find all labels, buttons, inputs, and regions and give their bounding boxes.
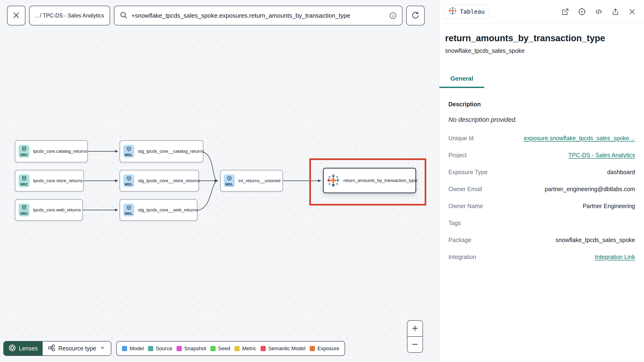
cube-icon	[126, 205, 132, 211]
code-icon[interactable]	[595, 8, 602, 16]
close-icon	[12, 11, 20, 20]
badge-label: MDL	[125, 153, 132, 157]
search-input[interactable]	[131, 12, 385, 19]
model-type-badge: MDL	[123, 174, 134, 187]
detail-row-package: Packagesnowflake_tpcds_sales_spoke	[448, 237, 635, 243]
resource-type-icon	[48, 344, 55, 353]
detail-row-unique-id: Unique Idexposure.snowflake_tpcds_sales_…	[448, 135, 635, 142]
graph-node-return-amounts-by-transaction-type[interactable]: return_amounts_by_transaction_type	[323, 168, 416, 193]
refresh-icon	[411, 11, 420, 20]
node-label: tpcds_core.catalog_returns	[33, 149, 87, 154]
info-icon[interactable]	[389, 12, 397, 20]
detail-label: Unique Id	[448, 135, 474, 142]
detail-row-owner-email: Owner Emailpartner_engineering@dbtlabs.c…	[448, 186, 635, 193]
node-label: stg_tpcds_core__web_returns	[138, 207, 198, 213]
detail-value: partner_engineering@dbtlabs.com	[545, 186, 635, 193]
refresh-button[interactable]	[406, 6, 425, 26]
detail-label: Tags	[448, 220, 461, 227]
lineage-canvas[interactable]: SRCtpcds_core.catalog_returnsSRCtpcds_co…	[0, 0, 439, 362]
open-external-icon[interactable]	[562, 8, 569, 16]
node-label: stg_tpcds_core__store_returns	[138, 178, 200, 183]
detail-label: Integration	[448, 254, 476, 260]
details-panel: Tableau return_amounts_b	[439, 0, 644, 362]
source-type-badge: SRC	[18, 204, 30, 216]
legend-item-model: Model	[122, 345, 144, 352]
graph-node-stg-tpcds-core-web-returns[interactable]: MDLstg_tpcds_core__web_returns	[120, 199, 198, 221]
chevron-down-icon	[99, 344, 106, 352]
detail-link-project[interactable]: TPC-DS - Sales Analytics	[568, 152, 635, 158]
zoom-control	[407, 320, 423, 353]
resource-type-label: Resource type	[58, 345, 96, 352]
badge-label: MDL	[225, 182, 233, 186]
detail-value: dashboard	[607, 169, 635, 175]
zoom-out-button[interactable]	[408, 336, 422, 352]
legend-swatch	[122, 346, 127, 351]
detail-label: Package	[448, 237, 471, 243]
integration-badge-label: Tableau	[460, 8, 485, 15]
model-type-badge: MDL	[224, 174, 235, 187]
detail-label: Owner Name	[448, 203, 483, 210]
legend-label: Exposure	[318, 345, 340, 352]
legend: ModelSourceSnapshotSeedMetricSemantic Mo…	[116, 341, 345, 356]
detail-row-exposure-type: Exposure Typedashboard	[448, 169, 635, 175]
graph-node-stg-tpcds-core-store-returns[interactable]: MDLstg_tpcds_core__store_returns	[120, 170, 199, 192]
detail-row-project: ProjectTPC-DS - Sales Analytics	[448, 152, 635, 159]
detail-label: Owner Email	[448, 186, 482, 193]
explore-compass-icon[interactable]	[578, 8, 586, 16]
search-box[interactable]	[114, 6, 402, 26]
legend-swatch	[310, 346, 315, 351]
node-label: return_amounts_by_transaction_type	[344, 178, 417, 183]
legend-swatch	[148, 346, 153, 351]
close-lineage-button[interactable]	[7, 6, 26, 26]
legend-label: Snapshot	[184, 345, 206, 352]
detail-row-owner-name: Owner NamePartner Engineering	[448, 203, 635, 210]
graph-node-tpcds-core-store-returns[interactable]: SRCtpcds_core.store_returns	[15, 170, 84, 192]
close-panel-icon[interactable]	[628, 8, 636, 16]
detail-link-integration[interactable]: Integration Link	[595, 254, 635, 260]
integration-badge[interactable]: Tableau	[444, 5, 489, 18]
share-icon[interactable]	[612, 8, 619, 16]
source-type-badge: SRC	[18, 174, 30, 187]
database-icon	[22, 146, 27, 152]
cube-icon	[126, 146, 132, 152]
resource-type-dropdown[interactable]: Resource type	[42, 341, 111, 355]
cube-icon	[227, 175, 232, 182]
legend-item-semantic-model: Semantic Model	[260, 345, 306, 352]
model-type-badge: MDL	[123, 145, 134, 158]
source-type-badge: SRC	[18, 145, 30, 158]
legend-item-exposure: Exposure	[310, 345, 340, 352]
graph-node-stg-tpcds-core-catalog-returns[interactable]: MDLstg_tpcds_core__catalog_returns	[120, 140, 203, 162]
lenses-label: Lenses	[19, 345, 38, 352]
badge-label: SRC	[20, 211, 28, 215]
badge-label: MDL	[125, 211, 132, 215]
panel-header: Tableau	[440, 0, 644, 23]
lenses-control: Lenses Resource type	[3, 341, 111, 356]
legend-label: Model	[130, 345, 144, 352]
detail-row-tags: Tags	[448, 220, 635, 227]
lineage-edge	[198, 181, 218, 210]
breadcrumb[interactable]: .. / TPC-DS - Sales Analytics	[29, 6, 110, 26]
lenses-button[interactable]: Lenses	[4, 341, 42, 355]
node-label: tpcds_core.web_returns	[33, 207, 81, 213]
legend-swatch	[260, 346, 266, 351]
package-subtitle: snowflake_tpcds_sales_spoke	[445, 47, 638, 54]
graph-node-tpcds-core-catalog-returns[interactable]: SRCtpcds_core.catalog_returns	[15, 140, 88, 162]
legend-label: Metric	[242, 345, 256, 352]
zoom-in-button[interactable]	[408, 321, 422, 336]
model-type-badge: MDL	[123, 204, 134, 216]
badge-label: MDL	[125, 182, 132, 186]
graph-node-int-returns-unioned[interactable]: MDLint_returns__unioned	[220, 170, 283, 192]
legend-label: Semantic Model	[268, 345, 306, 352]
plus-icon	[411, 324, 419, 333]
node-label: tpcds_core.store_returns	[33, 178, 82, 183]
page-title: return_amounts_by_transaction_type	[445, 33, 638, 43]
lineage-edge	[203, 152, 218, 181]
detail-link-unique-id[interactable]: exposure.snowflake_tpcds_sales_spoke…	[524, 135, 635, 141]
legend-item-seed: Seed	[210, 345, 230, 352]
graph-node-tpcds-core-web-returns[interactable]: SRCtpcds_core.web_returns	[15, 199, 83, 221]
node-label: int_returns__unioned	[238, 178, 280, 183]
search-icon	[120, 11, 128, 20]
detail-label: Exposure Type	[448, 169, 488, 175]
tab-general[interactable]: General	[440, 68, 484, 88]
legend-label: Source	[156, 345, 172, 352]
